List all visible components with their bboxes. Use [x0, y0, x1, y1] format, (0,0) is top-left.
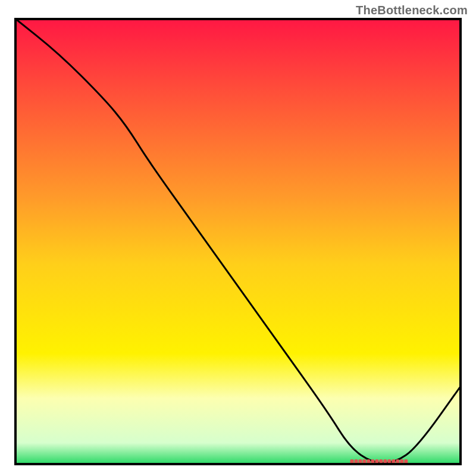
- watermark-text: TheBottleneck.com: [356, 4, 468, 17]
- chart-stage: TheBottleneck.com: [0, 0, 476, 476]
- plot-background: [14, 18, 462, 465]
- chart-svg: [14, 18, 462, 465]
- plot-area: [14, 18, 462, 465]
